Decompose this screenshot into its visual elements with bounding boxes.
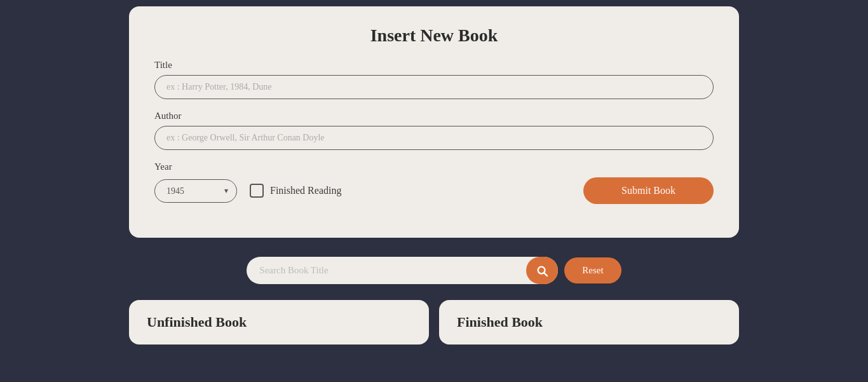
author-label: Author [154, 111, 714, 121]
search-input[interactable] [247, 257, 558, 284]
search-input-wrapper [247, 257, 558, 284]
books-section: Unfinished Book Finished Book [129, 300, 739, 344]
unfinished-book-title: Unfinished Book [147, 314, 411, 331]
reset-button[interactable]: Reset [564, 257, 621, 283]
form-bottom-row: 1945 1946 1947 1948 1949 1950 2020 2021 … [154, 177, 714, 204]
svg-line-1 [545, 273, 548, 276]
title-group: Title [154, 60, 714, 99]
search-bar-section: Reset [247, 257, 621, 284]
finished-reading-checkbox[interactable] [250, 184, 264, 198]
author-group: Author [154, 111, 714, 150]
insert-book-form: Insert New Book Title Author Year 1945 1… [129, 6, 739, 238]
title-label: Title [154, 60, 714, 71]
year-select[interactable]: 1945 1946 1947 1948 1949 1950 2020 2021 … [154, 179, 237, 203]
year-group: Year 1945 1946 1947 1948 1949 1950 2020 … [154, 161, 714, 204]
finished-book-column: Finished Book [439, 300, 739, 344]
form-title: Insert New Book [154, 25, 714, 46]
finished-book-title: Finished Book [457, 314, 721, 331]
year-label: Year [154, 161, 714, 172]
unfinished-book-column: Unfinished Book [129, 300, 429, 344]
finished-reading-label[interactable]: Finished Reading [250, 184, 341, 198]
search-icon [536, 265, 548, 276]
title-input[interactable] [154, 75, 714, 99]
author-input[interactable] [154, 126, 714, 150]
finished-reading-text: Finished Reading [270, 185, 341, 196]
year-select-wrapper: 1945 1946 1947 1948 1949 1950 2020 2021 … [154, 179, 237, 203]
search-button[interactable] [526, 257, 558, 284]
submit-book-button[interactable]: Submit Book [583, 177, 714, 204]
